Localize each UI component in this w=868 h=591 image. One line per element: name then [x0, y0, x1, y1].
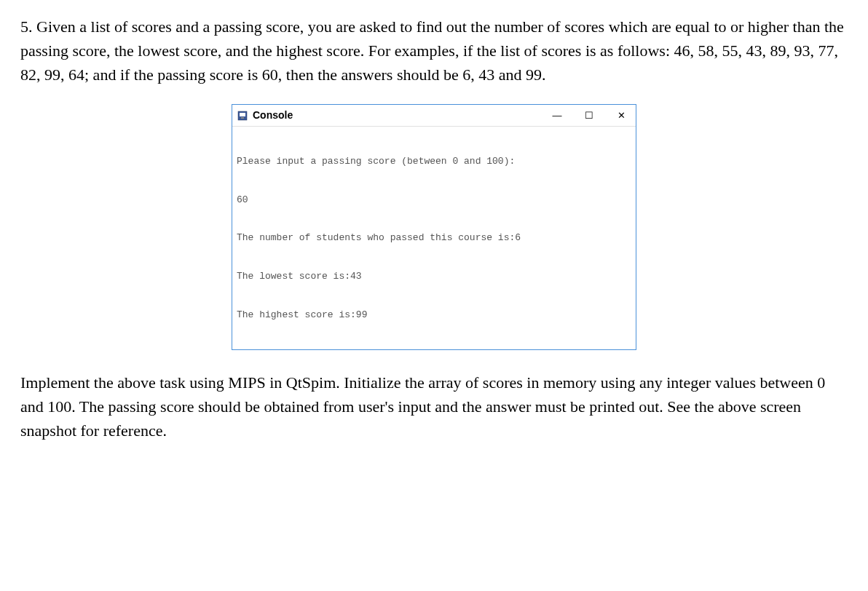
problem-statement: 5. Given a list of scores and a passing … — [20, 15, 848, 87]
svg-rect-2 — [241, 117, 244, 119]
console-titlebar: Console — ☐ ✕ — [232, 105, 636, 127]
svg-rect-1 — [240, 113, 245, 116]
problem-number: 5. — [20, 17, 33, 36]
console-title-text: Console — [253, 108, 551, 123]
console-output: Please input a passing score (between 0 … — [232, 127, 636, 349]
maximize-icon: ☐ — [583, 110, 595, 122]
console-line: 60 — [237, 194, 631, 207]
console-screenshot: Console — ☐ ✕ Please input a passing sco… — [20, 104, 848, 350]
console-app-icon — [237, 110, 248, 122]
instruction-body: Implement the above task using MIPS in Q… — [20, 373, 825, 440]
minimize-icon: — — [551, 110, 563, 122]
console-line: The number of students who passed this c… — [237, 231, 631, 245]
instruction-text: Implement the above task using MIPS in Q… — [20, 370, 848, 443]
window-controls: — ☐ ✕ — [551, 110, 627, 122]
problem-body: Given a list of scores and a passing sco… — [20, 17, 844, 84]
console-line: Please input a passing score (between 0 … — [237, 155, 631, 168]
console-window: Console — ☐ ✕ Please input a passing sco… — [232, 104, 636, 350]
close-icon: ✕ — [615, 110, 627, 122]
console-line: The highest score is:99 — [237, 309, 631, 322]
console-line: The lowest score is:43 — [237, 270, 631, 283]
